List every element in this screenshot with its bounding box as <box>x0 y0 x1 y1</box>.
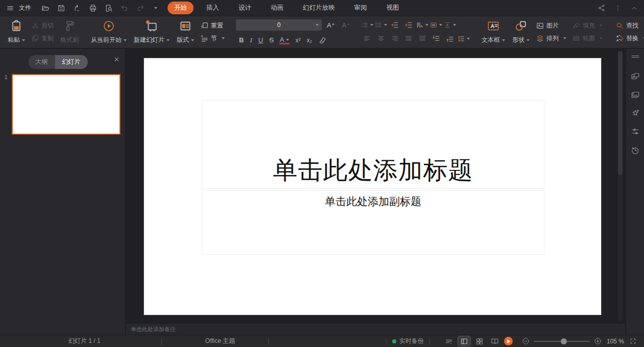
export-pdf-icon[interactable] <box>73 4 81 12</box>
format-painter-icon <box>63 19 76 33</box>
align-right-icon[interactable] <box>389 33 401 44</box>
find-replace-group: 查找 替换 <box>613 18 644 46</box>
clipboard-small-group: 剪切 复制 <box>29 18 57 46</box>
zoom-slider-handle[interactable] <box>561 338 567 344</box>
align-center-icon[interactable] <box>375 33 387 44</box>
quick-access-more-icon[interactable] <box>152 5 157 12</box>
align-justify-icon[interactable] <box>402 33 415 44</box>
object-properties-icon[interactable] <box>631 127 640 136</box>
space-before-icon[interactable] <box>430 33 442 44</box>
align-left-icon[interactable] <box>361 33 373 44</box>
paste-button[interactable]: 粘贴 <box>4 18 29 46</box>
layout-button[interactable]: 版式 <box>173 18 198 46</box>
close-panel-icon[interactable]: ✕ <box>114 56 120 63</box>
slide-layout-pane-icon[interactable] <box>631 90 640 100</box>
tab-animation[interactable]: 动画 <box>264 2 290 14</box>
tab-slideshow[interactable]: 幻灯片放映 <box>296 2 342 14</box>
fit-to-window-icon[interactable] <box>629 337 637 345</box>
theme-name[interactable]: Office 主题 <box>205 337 235 345</box>
file-menu[interactable]: 文件 <box>6 4 31 12</box>
open-icon[interactable] <box>41 4 50 12</box>
bold-button[interactable]: B <box>239 36 244 44</box>
new-slide-label: 新建幻灯片 <box>134 36 170 44</box>
slide-thumbnail[interactable] <box>12 74 121 135</box>
underline-button[interactable]: U <box>258 36 263 44</box>
print-icon[interactable] <box>89 4 97 12</box>
replace-button[interactable]: 替换 <box>613 32 644 44</box>
tab-slides[interactable]: 幻灯片 <box>55 55 87 69</box>
outline-button[interactable]: 轮廓 <box>569 32 606 44</box>
zoom-in-icon[interactable] <box>594 337 602 345</box>
history-icon[interactable] <box>631 145 640 155</box>
reading-view-icon[interactable] <box>489 336 501 346</box>
share-icon[interactable] <box>598 4 605 12</box>
find-button[interactable]: 查找 <box>613 19 644 32</box>
section-button[interactable]: 节 <box>198 32 228 44</box>
format-painter-button[interactable]: 格式刷 <box>57 18 82 46</box>
tab-view[interactable]: 视图 <box>380 2 406 14</box>
shapes-button[interactable]: 形状 <box>509 18 533 46</box>
titlebar-right-icons <box>598 4 638 12</box>
section-icon <box>201 35 208 42</box>
tab-design[interactable]: 设计 <box>232 2 258 14</box>
picture-button[interactable]: 图片 <box>533 19 569 32</box>
undo-icon[interactable] <box>121 4 129 12</box>
tab-insert[interactable]: 插入 <box>200 2 226 14</box>
sidebar-drag-handle[interactable] <box>631 54 640 59</box>
subscript-button[interactable]: x₂ <box>306 37 312 44</box>
increase-font-button[interactable]: A⁺ <box>325 21 337 30</box>
slide[interactable]: 单击此处添加标题 单击此处添加副标题 <box>144 58 602 315</box>
normal-view-icon[interactable] <box>458 336 470 346</box>
font-size-input[interactable]: 0 <box>236 19 322 31</box>
play-icon <box>507 339 510 343</box>
zoom-level[interactable]: 105 % <box>607 338 624 345</box>
zoom-slider[interactable] <box>534 341 590 342</box>
copy-button[interactable]: 复制 <box>29 32 57 44</box>
increase-indent-icon[interactable] <box>402 19 415 31</box>
fill-button[interactable]: 填充 <box>569 19 606 32</box>
vertical-scrollbar[interactable] <box>618 51 623 321</box>
reset-button[interactable]: 重置 <box>198 19 228 32</box>
slideshow-play-button[interactable] <box>504 337 513 345</box>
clear-format-icon[interactable] <box>318 36 326 44</box>
more-options-icon[interactable] <box>614 5 622 12</box>
animation-pane-icon[interactable] <box>631 109 640 118</box>
text-frame-icon[interactable] <box>430 19 442 31</box>
subtitle-placeholder[interactable]: 单击此处添加副标题 <box>202 190 544 255</box>
zoom-out-icon[interactable] <box>522 337 530 345</box>
font-color-button[interactable]: A <box>280 36 290 44</box>
text-direction-icon[interactable] <box>416 19 428 31</box>
tab-home[interactable]: 开始 <box>168 2 194 14</box>
ribbon-tabs: 开始 插入 设计 动画 幻灯片放映 审阅 视图 <box>168 2 406 14</box>
superscript-button[interactable]: x² <box>295 37 300 44</box>
vertical-align-icon[interactable] <box>444 19 456 31</box>
italic-button[interactable]: I <box>250 36 252 44</box>
cut-button[interactable]: 剪切 <box>29 19 57 32</box>
print-preview-icon[interactable] <box>105 4 113 12</box>
decrease-indent-icon[interactable] <box>389 19 401 31</box>
textbox-button[interactable]: 文本框 <box>478 18 509 46</box>
new-slide-pane-icon[interactable] <box>631 72 640 81</box>
collapse-ribbon-icon[interactable] <box>631 5 638 12</box>
slide-sorter-view-icon[interactable] <box>473 336 486 346</box>
space-after-icon[interactable] <box>444 33 456 44</box>
title-placeholder[interactable]: 单击此处添加标题 <box>202 100 544 189</box>
tab-outline[interactable]: 大纲 <box>28 55 55 69</box>
decrease-font-button[interactable]: A⁻ <box>340 21 352 30</box>
tab-review[interactable]: 审阅 <box>348 2 374 14</box>
arrange-button[interactable]: 排列 <box>533 32 569 44</box>
line-spacing-icon[interactable] <box>458 33 470 44</box>
realtime-backup[interactable]: 实时备份 <box>392 337 424 345</box>
save-icon[interactable] <box>57 4 65 12</box>
redo-icon[interactable] <box>136 4 145 12</box>
strikethrough-button[interactable]: S <box>269 36 274 44</box>
play-from-current-button[interactable]: 从当前开始 <box>87 18 130 46</box>
scrollbar-thumb[interactable] <box>618 51 623 175</box>
notes-bar[interactable]: 单击此处添加备注 <box>126 323 625 335</box>
notes-toggle-icon[interactable] <box>443 336 455 346</box>
new-slide-button[interactable]: 新建幻灯片 <box>130 18 173 46</box>
picture-arrange-group: 图片 排列 <box>533 18 569 46</box>
numbering-icon[interactable] <box>375 19 387 31</box>
distribute-text-icon[interactable] <box>416 33 428 44</box>
bullets-icon[interactable] <box>361 19 373 31</box>
